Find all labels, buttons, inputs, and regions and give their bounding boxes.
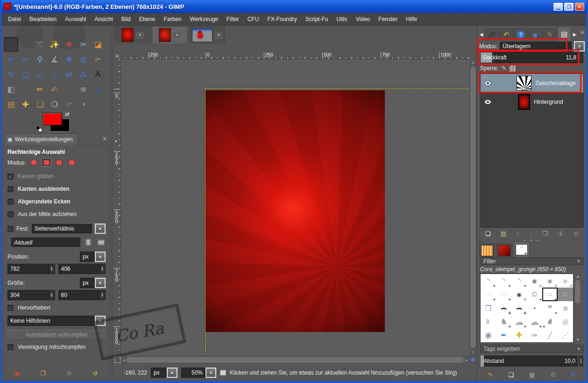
tool-button[interactable]: ✒ — [4, 52, 18, 67]
scroll-down-icon[interactable]: ▼ — [576, 338, 580, 342]
selection-mode-button[interactable] — [28, 158, 39, 167]
brush-item[interactable]: © — [527, 288, 542, 301]
checkbox[interactable] — [7, 186, 14, 192]
dock-tab[interactable]: ▤ — [557, 27, 571, 41]
layer-footer-icon[interactable]: ↑ — [517, 230, 520, 237]
tool-button[interactable]: ◪ — [91, 37, 105, 52]
tool-options-footer-icon[interactable]: ▣ — [13, 370, 21, 377]
title-bar[interactable]: *[Unbenannt]-6.0 (RGB-Farben, 2 Ebenen) … — [0, 0, 588, 13]
tool-button[interactable]: ≋ — [76, 82, 91, 97]
tool-button[interactable]: ◧ — [4, 82, 18, 97]
scroll-up-icon[interactable]: ▲ — [471, 60, 475, 65]
vertical-scrollbar[interactable]: ▲ ▼ — [470, 59, 476, 355]
menu-item[interactable]: Fenster — [374, 14, 402, 24]
tool-button[interactable] — [4, 37, 18, 52]
tool-button[interactable]: ✃ — [91, 52, 105, 67]
scroll-right-icon[interactable]: ▸ — [464, 358, 469, 362]
menu-item[interactable]: Ebene — [135, 14, 160, 24]
brush-item[interactable]: ❐ — [481, 301, 496, 315]
checkbox[interactable] — [7, 211, 14, 217]
shrink-merged-checkbox[interactable] — [7, 344, 14, 350]
landscape-button[interactable] — [96, 238, 106, 247]
dock-tab[interactable]: ✎ — [543, 28, 557, 41]
tool-button[interactable] — [18, 82, 33, 97]
dock-tab[interactable]: ↶ — [499, 28, 513, 41]
menu-item[interactable]: Bild — [117, 14, 135, 24]
tool-options-footer-icon[interactable]: ↺ — [91, 370, 99, 377]
brush-item[interactable]: ☁ — [527, 315, 542, 328]
image-tab[interactable]: ✕ — [152, 26, 188, 43]
brush-item[interactable]: ◍ — [558, 301, 573, 315]
position-y-spinner[interactable]: 406▲▼ — [58, 264, 106, 274]
dock-collapse-icon[interactable]: ◂ — [579, 29, 586, 36]
scroll-up-icon[interactable]: ▲ — [576, 275, 580, 279]
fest-dropdown-icon[interactable]: ▼ — [95, 224, 106, 234]
size-width-spinner[interactable]: 304▲▼ — [7, 290, 55, 300]
tool-button[interactable]: ❍ — [47, 97, 62, 112]
position-unit-select[interactable]: px — [80, 252, 95, 262]
layer-footer-icon[interactable]: ♻ — [574, 230, 579, 237]
tool-button[interactable]: ✥ — [62, 52, 76, 67]
brush-item[interactable]: ◉ — [481, 328, 496, 342]
tool-button[interactable]: ✏ — [33, 82, 47, 97]
menu-item[interactable]: FX-Foundry — [263, 14, 301, 24]
tags-input[interactable]: Tags eingeben ▼ — [480, 345, 584, 353]
swap-colors-icon[interactable]: ⇄ — [65, 111, 70, 117]
checkbox[interactable] — [7, 199, 14, 205]
brush-footer-icon[interactable]: ✎ — [488, 371, 493, 378]
brush-item[interactable]: ◎ — [558, 315, 573, 328]
ruler-origin-button[interactable]: ▸ — [114, 53, 121, 59]
image-tab[interactable]: ✕ — [189, 26, 225, 43]
tool-button[interactable] — [62, 82, 76, 97]
checkbox[interactable]: ✓ — [7, 173, 14, 180]
size-unit-dropdown-icon[interactable]: ▼ — [95, 278, 106, 288]
menu-item[interactable]: Video — [352, 14, 374, 24]
tool-button[interactable]: ◱ — [18, 67, 33, 82]
layer-footer-icon[interactable]: ❏ — [485, 230, 491, 237]
fest-checkbox[interactable] — [7, 226, 14, 232]
position-unit-dropdown-icon[interactable]: ▼ — [95, 252, 106, 262]
tool-button[interactable]: ⁂ — [76, 67, 91, 82]
lock-alpha-icon[interactable] — [510, 65, 516, 72]
layer-mode-select[interactable]: Überlagern — [500, 42, 572, 51]
brush-footer-icon[interactable]: ▩ — [529, 371, 535, 378]
tool-button[interactable]: ➰ — [33, 37, 47, 52]
menu-item[interactable]: Utils — [332, 14, 351, 24]
dock-tab[interactable]: ☻ — [528, 28, 542, 41]
close-button[interactable]: ✕ — [575, 3, 584, 11]
fest-select[interactable]: Seitenverhältnis — [32, 224, 92, 233]
foreground-color-swatch[interactable] — [43, 113, 62, 125]
dock-tabs-right-icon[interactable]: ▶ — [572, 29, 578, 41]
tool-button[interactable]: ✍ — [47, 82, 62, 97]
maximize-button[interactable]: ❐ — [564, 3, 574, 11]
menu-item[interactable]: Filter — [222, 14, 243, 24]
brush-grid-scrollbar[interactable]: ▲ ▼ — [574, 274, 581, 343]
dockable-tab[interactable]: ∷ — [514, 241, 530, 257]
tool-button[interactable]: ✚ — [18, 97, 33, 112]
scroll-down-icon[interactable]: ▼ — [471, 350, 475, 354]
collapse-arrow-icon[interactable]: ◂ — [101, 135, 108, 142]
default-colors-icon[interactable] — [36, 126, 42, 132]
spacing-slider[interactable]: Abstand 10,0 — [480, 355, 578, 367]
portrait-button[interactable] — [84, 238, 93, 247]
brush-item[interactable]: ✑ — [527, 328, 542, 342]
auto-shrink-button[interactable]: Automatisch schrumpfen — [7, 330, 106, 340]
horizontal-ruler[interactable]: -25002505007501000 — [121, 52, 470, 59]
tool-button[interactable]: ⇄ — [62, 67, 76, 82]
layer-footer-icon[interactable]: ↓ — [529, 230, 532, 237]
tab-close-icon[interactable]: ✕ — [136, 32, 143, 38]
spacing-spinner[interactable]: ▲▼ — [578, 355, 584, 367]
tool-button[interactable]: ☞ — [62, 97, 76, 112]
brush-item[interactable]: ● — [558, 274, 573, 288]
vertical-scroll-thumb[interactable] — [471, 67, 475, 348]
brush-footer-icon[interactable]: ♻ — [550, 371, 556, 378]
menu-item[interactable]: CFU — [243, 14, 263, 24]
minimize-button[interactable]: ▁ — [553, 3, 563, 11]
brush-item[interactable]: ✒ — [496, 328, 511, 342]
tool-button[interactable]: ▱ — [33, 67, 47, 82]
guides-select[interactable]: Keine Hilfslinien — [7, 316, 95, 326]
brush-scroll-thumb[interactable] — [575, 280, 580, 304]
position-x-spinner[interactable]: 782▲▼ — [7, 264, 55, 274]
tab-close-icon[interactable]: ✕ — [174, 32, 181, 38]
brush-item[interactable]: ∷ — [558, 288, 573, 301]
